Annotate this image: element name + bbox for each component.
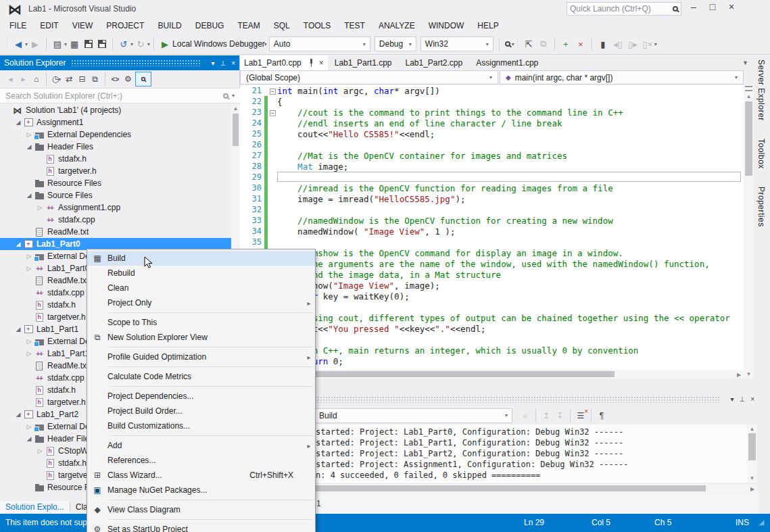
output-log[interactable]: started: Project: Lab1_Part0, Configurat… <box>240 425 747 483</box>
expanded-icon[interactable]: ◢ <box>14 326 23 333</box>
menu-item-edit[interactable]: EDIT <box>33 18 65 33</box>
previous-bookmark-icon[interactable]: ◂▯ <box>612 37 624 51</box>
scroll-up-icon[interactable]: ▲ <box>231 105 240 112</box>
previous-message-icon[interactable]: ↥ <box>539 409 553 422</box>
quick-launch-input[interactable]: Quick Launch (Ctrl+Q) <box>567 2 681 16</box>
fold-toggle-icon[interactable]: − <box>268 86 277 95</box>
debugger-dropdown-icon[interactable]: ▾ <box>264 41 267 47</box>
find-dropdown-icon[interactable]: ▾ <box>512 41 514 47</box>
view-code-icon[interactable]: <> <box>110 73 121 85</box>
tree-item-solution-lab1-4-projects-[interactable]: ⋈Solution 'Lab1' (4 projects) <box>0 104 231 116</box>
navigate-to-icon[interactable]: ⇱ <box>523 37 535 51</box>
delete-comment-icon[interactable]: × <box>575 37 587 51</box>
expanded-icon[interactable]: ◢ <box>14 119 23 126</box>
tool-tab-toolbox[interactable]: Toolbox <box>754 135 769 173</box>
tree-item-source-files[interactable]: ◢Source Files <box>0 189 231 201</box>
tree-item-header-files[interactable]: ◢Header Files <box>0 141 231 153</box>
debugger-label[interactable]: Local Windows Debugger <box>172 39 265 49</box>
next-bookmark-icon[interactable]: ▯▸ <box>627 37 639 51</box>
collapsed-icon[interactable]: ▷ <box>24 265 34 272</box>
start-debug-icon[interactable]: ▶ <box>159 37 171 51</box>
context-menu-item-clean[interactable]: Clean <box>87 281 315 295</box>
collapsed-icon[interactable]: ▷ <box>24 253 34 260</box>
undo-icon[interactable]: ↺ <box>118 37 130 51</box>
properties-icon[interactable]: ⚙ <box>122 73 134 85</box>
context-menu-item-rebuild[interactable]: Rebuild <box>87 266 315 281</box>
context-menu-item-add[interactable]: Add▸ <box>87 438 315 453</box>
menu-item-build[interactable]: BUILD <box>151 18 188 33</box>
tree-item-assignment1[interactable]: ◢+Assignment1 <box>0 116 231 128</box>
minimize-button[interactable]: – <box>684 0 703 15</box>
collapsed-icon[interactable]: ▷ <box>24 338 34 345</box>
new-item-dropdown-icon[interactable]: ▾ <box>64 41 67 47</box>
menu-item-help[interactable]: HELP <box>471 18 505 33</box>
tree-item-stdafx-cpp[interactable]: ++stdafx.cpp <box>0 214 231 226</box>
pin-icon[interactable]: ⊥ <box>739 395 745 403</box>
tree-item-assignment1-cpp[interactable]: ▷++Assignment1.cpp <box>0 201 231 214</box>
resize-grip[interactable]: ◢ <box>759 518 764 527</box>
fold-toggle-icon[interactable]: − <box>268 107 277 117</box>
configuration-combo[interactable]: Debug▾ <box>375 37 416 51</box>
tree-item-targetver-h[interactable]: htargetver.h <box>0 165 231 177</box>
menu-item-window[interactable]: WINDOW <box>422 18 471 33</box>
show-output-from-combo[interactable]: Build ▾ <box>314 408 512 423</box>
menu-item-view[interactable]: VIEW <box>66 18 100 33</box>
menu-item-analyze[interactable]: ANALYZE <box>372 18 422 33</box>
pin-icon[interactable]: ⊥ <box>220 59 226 67</box>
tree-item-external-dependencies[interactable]: ▷External Dependencies <box>0 128 231 141</box>
close-button[interactable]: × <box>722 0 741 15</box>
scrollbar-thumb[interactable] <box>745 101 752 176</box>
menu-item-test[interactable]: TEST <box>337 18 372 33</box>
navigate-backward-icon[interactable]: ◀ <box>12 37 24 51</box>
next-message-icon[interactable]: ↧ <box>553 409 567 422</box>
refresh-icon[interactable]: ⇄ <box>64 73 75 85</box>
close-panel-icon[interactable]: × <box>750 395 754 403</box>
menu-item-file[interactable]: FILE <box>3 18 33 33</box>
expanded-icon[interactable]: ◢ <box>14 241 23 247</box>
scroll-up-icon[interactable]: ▲ <box>747 426 757 432</box>
tab-solution-explorer[interactable]: Solution Explo... <box>0 501 70 513</box>
clear-bookmarks-icon[interactable]: ▯× <box>642 37 654 51</box>
expanded-icon[interactable]: ◢ <box>14 411 23 418</box>
tab-list-dropdown-icon[interactable]: ▼ <box>742 59 748 66</box>
toolbar-overflow-icon[interactable]: ▾ <box>654 41 657 47</box>
context-menu-item-profile-guided-optimization[interactable]: Profile Guided Optimization▸ <box>87 349 315 364</box>
clear-all-icon[interactable]: ☰× <box>574 409 587 422</box>
search-options-icon[interactable]: ▾ <box>232 93 235 99</box>
navigate-forward-icon[interactable]: ▶ <box>29 37 41 51</box>
redo-dropdown-icon[interactable]: ▾ <box>147 41 150 47</box>
tree-item-readme-txt[interactable]: ReadMe.txt <box>0 226 231 238</box>
expanded-icon[interactable]: ◢ <box>24 435 34 442</box>
sync-with-active-document-icon[interactable] <box>135 72 151 87</box>
redo-icon[interactable]: ↻ <box>135 37 147 51</box>
bookmark-icon[interactable]: ▮ <box>597 37 609 51</box>
scroll-down-icon[interactable]: ▼ <box>747 475 757 481</box>
toggle-word-wrap-icon[interactable]: ¶ <box>595 409 608 422</box>
member-dropdown[interactable]: ◆ main(int argc, char * argv[]) ▾ <box>500 70 744 84</box>
scroll-up-icon[interactable]: ▲ <box>744 93 754 99</box>
close-tab-icon[interactable]: × <box>319 58 324 68</box>
menu-item-debug[interactable]: DEBUG <box>189 18 231 33</box>
window-position-icon[interactable]: ▾ <box>211 59 214 67</box>
editor-tab-Lab1_Part2.cpp[interactable]: Lab1_Part2.cpp <box>398 55 469 70</box>
context-menu-item-project-dependencies-[interactable]: Project Dependencies... <box>87 389 315 404</box>
maximize-button[interactable]: □ <box>703 0 722 15</box>
collapse-all-icon[interactable]: ⊟ <box>76 73 88 85</box>
context-menu-item-build[interactable]: ▦Build <box>87 251 315 266</box>
collapsed-icon[interactable]: ▷ <box>35 448 45 454</box>
editor-tab-Lab1_Part1.cpp[interactable]: Lab1_Part1.cpp <box>328 55 399 70</box>
collapsed-icon[interactable]: ▷ <box>35 204 45 211</box>
window-position-icon[interactable]: ▾ <box>730 395 733 403</box>
open-file-icon[interactable]: ▦ <box>68 37 80 51</box>
menu-item-sql[interactable]: SQL <box>267 18 297 33</box>
context-menu-item-calculate-code-metrics[interactable]: Calculate Code Metrics <box>87 369 315 384</box>
scroll-right-icon[interactable]: ▶ <box>749 486 756 492</box>
scrollbar-thumb[interactable] <box>748 433 756 460</box>
collapsed-icon[interactable]: ▷ <box>24 131 34 138</box>
platform-combo[interactable]: Win32▾ <box>420 37 494 51</box>
expanded-icon[interactable]: ◢ <box>24 143 34 150</box>
new-item-icon[interactable]: ▤ <box>51 37 64 51</box>
add-comment-icon[interactable]: + <box>560 37 572 51</box>
close-panel-icon[interactable]: × <box>231 59 235 67</box>
tool-tab-properties[interactable]: Properties <box>754 183 769 231</box>
